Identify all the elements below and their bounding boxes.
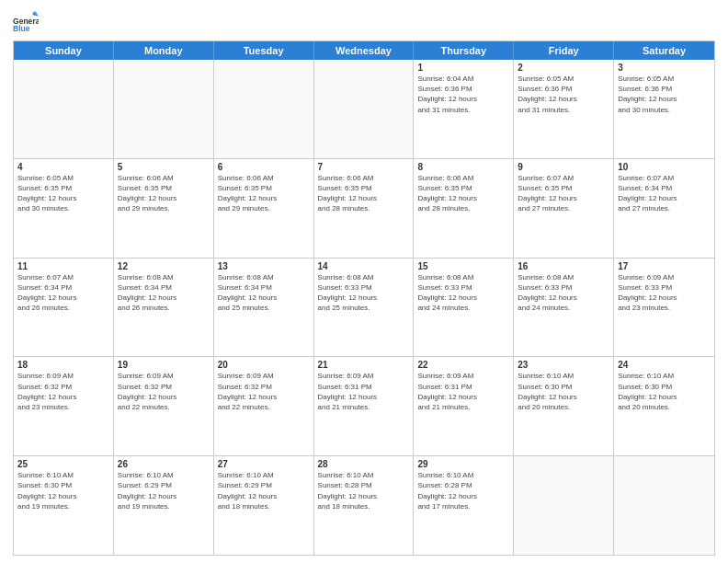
cell-day-number: 1 [417, 63, 509, 73]
calendar-cell: 17Sunrise: 6:09 AM Sunset: 6:33 PM Dayli… [614, 259, 714, 357]
cell-info: Sunrise: 6:10 AM Sunset: 6:29 PM Dayligh… [118, 470, 210, 511]
page: General Blue SundayMondayTuesdayWednesda… [0, 0, 728, 563]
calendar-cell: 11Sunrise: 6:07 AM Sunset: 6:34 PM Dayli… [14, 259, 114, 357]
calendar-cell: 10Sunrise: 6:07 AM Sunset: 6:34 PM Dayli… [614, 159, 714, 258]
cell-day-number: 5 [118, 162, 210, 172]
cell-info: Sunrise: 6:05 AM Sunset: 6:36 PM Dayligh… [618, 74, 711, 115]
cell-day-number: 11 [17, 261, 109, 271]
calendar-cell: 25Sunrise: 6:10 AM Sunset: 6:30 PM Dayli… [14, 456, 114, 555]
calendar-cell: 14Sunrise: 6:08 AM Sunset: 6:33 PM Dayli… [314, 259, 415, 357]
cell-info: Sunrise: 6:06 AM Sunset: 6:35 PM Dayligh… [218, 173, 310, 214]
calendar-cell: 20Sunrise: 6:09 AM Sunset: 6:32 PM Dayli… [214, 357, 314, 455]
cell-day-number: 18 [17, 360, 109, 370]
cell-info: Sunrise: 6:09 AM Sunset: 6:33 PM Dayligh… [618, 272, 711, 314]
cell-day-number: 28 [318, 459, 410, 469]
calendar-week-5: 25Sunrise: 6:10 AM Sunset: 6:30 PM Dayli… [14, 456, 714, 555]
calendar-cell: 23Sunrise: 6:10 AM Sunset: 6:30 PM Dayli… [514, 357, 614, 455]
cell-info: Sunrise: 6:06 AM Sunset: 6:35 PM Dayligh… [318, 173, 410, 214]
cell-day-number: 26 [118, 459, 210, 469]
cell-day-number: 2 [518, 63, 609, 73]
header-day-friday: Friday [514, 41, 614, 60]
cell-info: Sunrise: 6:08 AM Sunset: 6:33 PM Dayligh… [417, 272, 509, 314]
cell-info: Sunrise: 6:05 AM Sunset: 6:35 PM Dayligh… [17, 173, 109, 214]
cell-info: Sunrise: 6:05 AM Sunset: 6:36 PM Dayligh… [518, 74, 609, 115]
cell-day-number: 24 [618, 360, 711, 370]
cell-day-number: 6 [218, 162, 310, 172]
header-day-monday: Monday [114, 41, 214, 60]
logo-icon: General Blue [13, 9, 39, 35]
calendar-cell [614, 456, 714, 555]
calendar-cell: 19Sunrise: 6:09 AM Sunset: 6:32 PM Dayli… [114, 357, 214, 455]
cell-day-number: 20 [218, 360, 310, 370]
cell-day-number: 8 [417, 162, 509, 172]
calendar-cell: 6Sunrise: 6:06 AM Sunset: 6:35 PM Daylig… [214, 159, 314, 258]
calendar-cell: 24Sunrise: 6:10 AM Sunset: 6:30 PM Dayli… [614, 357, 714, 455]
cell-info: Sunrise: 6:07 AM Sunset: 6:34 PM Dayligh… [17, 272, 109, 314]
cell-info: Sunrise: 6:06 AM Sunset: 6:35 PM Dayligh… [417, 173, 509, 214]
cell-day-number: 14 [318, 261, 410, 271]
cell-info: Sunrise: 6:10 AM Sunset: 6:28 PM Dayligh… [318, 470, 410, 511]
calendar-cell: 12Sunrise: 6:08 AM Sunset: 6:34 PM Dayli… [114, 259, 214, 357]
calendar-cell [514, 456, 614, 555]
calendar-cell: 21Sunrise: 6:09 AM Sunset: 6:31 PM Dayli… [314, 357, 415, 455]
cell-day-number: 19 [118, 360, 210, 370]
cell-info: Sunrise: 6:10 AM Sunset: 6:30 PM Dayligh… [618, 371, 711, 412]
calendar-cell: 26Sunrise: 6:10 AM Sunset: 6:29 PM Dayli… [114, 456, 214, 555]
svg-text:Blue: Blue [13, 24, 30, 33]
cell-day-number: 23 [518, 360, 609, 370]
calendar-cell: 5Sunrise: 6:06 AM Sunset: 6:35 PM Daylig… [114, 159, 214, 258]
cell-info: Sunrise: 6:08 AM Sunset: 6:34 PM Dayligh… [218, 272, 310, 314]
calendar-cell: 18Sunrise: 6:09 AM Sunset: 6:32 PM Dayli… [14, 357, 114, 455]
cell-info: Sunrise: 6:09 AM Sunset: 6:32 PM Dayligh… [218, 371, 310, 412]
header-day-thursday: Thursday [414, 41, 514, 60]
calendar-cell: 15Sunrise: 6:08 AM Sunset: 6:33 PM Dayli… [414, 259, 514, 357]
cell-info: Sunrise: 6:09 AM Sunset: 6:32 PM Dayligh… [17, 371, 109, 412]
header-day-saturday: Saturday [614, 41, 714, 60]
header: General Blue [13, 9, 715, 35]
cell-day-number: 17 [618, 261, 711, 271]
calendar-cell [214, 60, 314, 158]
cell-info: Sunrise: 6:07 AM Sunset: 6:34 PM Dayligh… [618, 173, 711, 214]
calendar-cell: 22Sunrise: 6:09 AM Sunset: 6:31 PM Dayli… [414, 357, 514, 455]
cell-day-number: 9 [518, 162, 609, 172]
header-day-wednesday: Wednesday [314, 41, 415, 60]
cell-day-number: 27 [218, 459, 310, 469]
cell-info: Sunrise: 6:10 AM Sunset: 6:30 PM Dayligh… [17, 470, 109, 511]
cell-day-number: 29 [417, 459, 509, 469]
calendar-cell: 7Sunrise: 6:06 AM Sunset: 6:35 PM Daylig… [314, 159, 415, 258]
calendar-cell [14, 60, 114, 158]
calendar-cell: 28Sunrise: 6:10 AM Sunset: 6:28 PM Dayli… [314, 456, 415, 555]
calendar-week-4: 18Sunrise: 6:09 AM Sunset: 6:32 PM Dayli… [14, 357, 714, 456]
calendar-cell: 3Sunrise: 6:05 AM Sunset: 6:36 PM Daylig… [614, 60, 714, 158]
cell-info: Sunrise: 6:08 AM Sunset: 6:34 PM Dayligh… [118, 272, 210, 314]
cell-info: Sunrise: 6:10 AM Sunset: 6:29 PM Dayligh… [218, 470, 310, 511]
cell-day-number: 3 [618, 63, 711, 73]
cell-day-number: 16 [518, 261, 609, 271]
calendar-cell: 13Sunrise: 6:08 AM Sunset: 6:34 PM Dayli… [214, 259, 314, 357]
calendar-cell: 8Sunrise: 6:06 AM Sunset: 6:35 PM Daylig… [414, 159, 514, 258]
cell-info: Sunrise: 6:04 AM Sunset: 6:36 PM Dayligh… [417, 74, 509, 115]
cell-day-number: 15 [417, 261, 509, 271]
cell-info: Sunrise: 6:07 AM Sunset: 6:35 PM Dayligh… [518, 173, 609, 214]
cell-info: Sunrise: 6:06 AM Sunset: 6:35 PM Dayligh… [118, 173, 210, 214]
calendar-week-2: 4Sunrise: 6:05 AM Sunset: 6:35 PM Daylig… [14, 159, 714, 259]
cell-info: Sunrise: 6:09 AM Sunset: 6:31 PM Dayligh… [417, 371, 509, 412]
cell-info: Sunrise: 6:08 AM Sunset: 6:33 PM Dayligh… [318, 272, 410, 314]
calendar-cell: 1Sunrise: 6:04 AM Sunset: 6:36 PM Daylig… [414, 60, 514, 158]
calendar-cell: 2Sunrise: 6:05 AM Sunset: 6:36 PM Daylig… [514, 60, 614, 158]
calendar-cell: 4Sunrise: 6:05 AM Sunset: 6:35 PM Daylig… [14, 159, 114, 258]
cell-day-number: 21 [318, 360, 410, 370]
calendar-body: 1Sunrise: 6:04 AM Sunset: 6:36 PM Daylig… [14, 60, 714, 555]
logo: General Blue [13, 9, 44, 35]
calendar-cell: 29Sunrise: 6:10 AM Sunset: 6:28 PM Dayli… [414, 456, 514, 555]
cell-info: Sunrise: 6:10 AM Sunset: 6:30 PM Dayligh… [518, 371, 609, 412]
calendar-cell: 27Sunrise: 6:10 AM Sunset: 6:29 PM Dayli… [214, 456, 314, 555]
header-day-tuesday: Tuesday [214, 41, 314, 60]
calendar-week-1: 1Sunrise: 6:04 AM Sunset: 6:36 PM Daylig… [14, 60, 714, 159]
cell-day-number: 10 [618, 162, 711, 172]
cell-day-number: 22 [417, 360, 509, 370]
calendar-week-3: 11Sunrise: 6:07 AM Sunset: 6:34 PM Dayli… [14, 259, 714, 358]
header-day-sunday: Sunday [14, 41, 114, 60]
calendar-cell [114, 60, 214, 158]
cell-day-number: 12 [118, 261, 210, 271]
